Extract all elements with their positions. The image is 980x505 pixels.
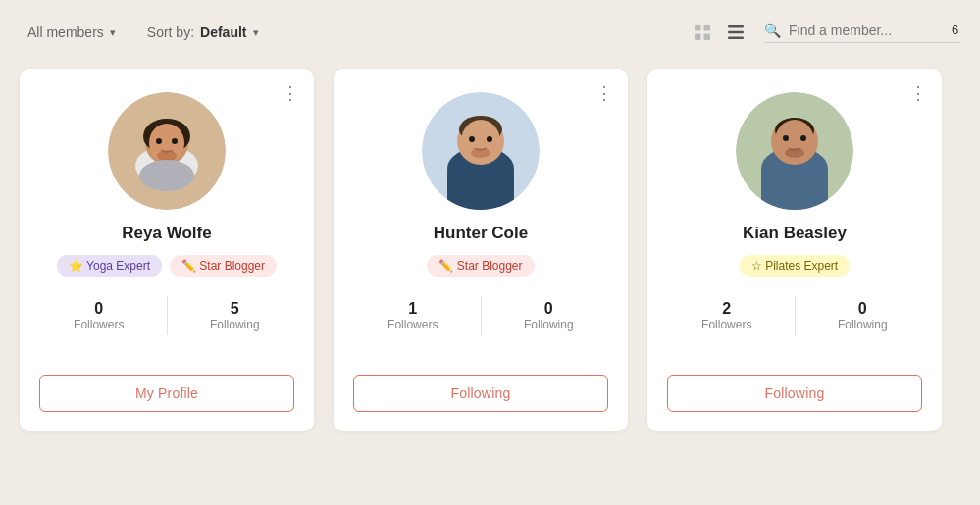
list-icon [727,24,745,41]
following-label-kian-beasley: Following [803,318,923,331]
svg-rect-3 [704,34,711,41]
following-stat-hunter-cole: 0Following [490,296,609,335]
svg-rect-1 [704,25,711,31]
following-stat-kian-beasley: 0Following [803,296,923,335]
avatar-kian-beasley [736,92,853,210]
stat-divider [481,296,482,335]
following-stat-reya-wolfe: 5Following [176,296,295,335]
followers-stat-kian-beasley: 2Followers [667,296,787,335]
stats-row-reya-wolfe: 0Followers5Following [39,296,294,335]
followers-count-hunter-cole: 1 [353,300,473,318]
badges-kian-beasley: ☆ Pilates Expert [740,255,850,277]
menu-button-reya-wolfe[interactable]: ⋮ [282,82,300,104]
action-button-hunter-cole[interactable]: Following [353,375,608,412]
following-count-hunter-cole: 0 [490,300,609,318]
member-name-hunter-cole: Hunter Cole [434,224,528,243]
following-label-reya-wolfe: Following [176,318,295,331]
member-name-reya-wolfe: Reya Wolfe [122,224,211,243]
stat-divider [795,296,796,335]
followers-count-kian-beasley: 2 [667,300,787,318]
sort-value: Default [200,25,246,40]
svg-rect-5 [728,31,744,34]
following-label-hunter-cole: Following [490,318,609,331]
stats-row-hunter-cole: 1Followers0Following [353,296,608,335]
badge-pilates-expert: ☆ Pilates Expert [740,255,850,277]
members-grid: ⋮ Reya Wolfe⭐ Yoga Expert✏️ Star Blogger… [20,69,960,431]
search-input[interactable] [789,23,936,38]
badges-reya-wolfe: ⭐ Yoga Expert✏️ Star Blogger [57,255,277,277]
svg-rect-2 [695,34,701,41]
followers-label-hunter-cole: Followers [353,318,473,331]
svg-rect-6 [728,37,744,40]
member-card-reya-wolfe: ⋮ Reya Wolfe⭐ Yoga Expert✏️ Star Blogger… [20,69,314,431]
badge-star-blogger: ✏️ Star Blogger [427,255,534,277]
svg-rect-4 [728,25,744,28]
menu-button-hunter-cole[interactable]: ⋮ [595,82,614,104]
badges-hunter-cole: ✏️ Star Blogger [427,255,534,277]
filter-chevron-icon: ▾ [110,26,116,39]
following-count-reya-wolfe: 5 [176,300,295,318]
followers-label-reya-wolfe: Followers [39,318,159,331]
svg-point-14 [172,138,178,144]
member-name-kian-beasley: Kian Beasley [743,224,847,243]
svg-point-22 [469,136,475,142]
filter-dropdown[interactable]: All members ▾ [20,21,124,44]
following-count-kian-beasley: 0 [803,300,923,318]
followers-stat-reya-wolfe: 0Followers [39,296,159,335]
search-icon: 🔍 [764,23,781,38]
badge-star-blogger: ✏️ Star Blogger [170,255,277,277]
badge-yoga-expert: ⭐ Yoga Expert [57,255,162,277]
svg-point-15 [139,160,194,191]
avatar-hunter-cole [422,92,540,210]
stat-divider [167,296,168,335]
svg-rect-0 [695,25,701,31]
avatar-reya-wolfe [108,92,226,210]
menu-button-kian-beasley[interactable]: ⋮ [909,82,928,104]
member-count: 6 [952,23,958,37]
search-area: 🔍 6 [764,23,960,43]
grid-icon [694,24,711,41]
svg-rect-33 [761,169,828,210]
toolbar: All members ▾ Sort by: Default ▾ 🔍 6 [20,20,960,45]
svg-point-13 [156,138,162,144]
svg-point-23 [487,136,492,142]
svg-point-32 [800,135,806,141]
sort-label: Sort by: [147,25,194,40]
member-card-kian-beasley: ⋮ Kian Beasley☆ Pilates Expert2Followers… [647,69,942,431]
sort-chevron-icon: ▾ [253,26,259,39]
action-button-reya-wolfe[interactable]: My Profile [39,375,294,412]
filter-label: All members [27,25,104,40]
member-card-hunter-cole: ⋮ Hunter Cole✏️ Star Blogger1Followers0F… [334,69,628,431]
svg-rect-24 [447,169,514,210]
stats-row-kian-beasley: 2Followers0Following [667,296,922,335]
svg-point-31 [783,135,789,141]
action-button-kian-beasley[interactable]: Following [667,375,922,412]
followers-stat-hunter-cole: 1Followers [353,296,473,335]
followers-label-kian-beasley: Followers [667,318,787,331]
list-view-button[interactable] [723,20,748,45]
grid-view-button[interactable] [690,20,715,45]
view-icons [690,20,748,45]
followers-count-reya-wolfe: 0 [39,300,159,318]
sort-dropdown[interactable]: Sort by: Default ▾ [139,21,267,44]
